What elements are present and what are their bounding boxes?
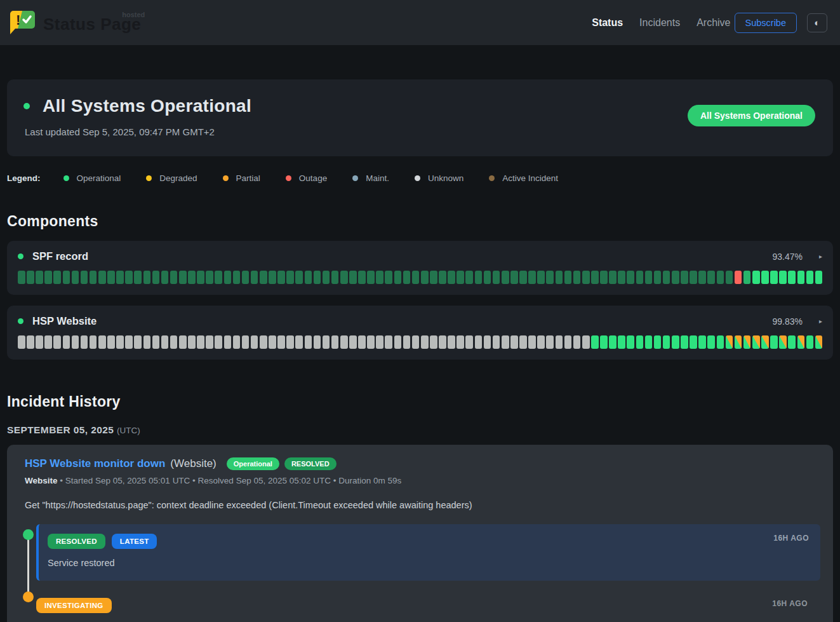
uptime-bar (600, 271, 608, 284)
uptime-bar (484, 271, 491, 284)
uptime-bar (242, 335, 250, 349)
uptime-bar (188, 335, 196, 349)
component-uptime-percent: 93.47% (772, 252, 802, 262)
uptime-bar (556, 335, 563, 349)
uptime-bar (367, 335, 375, 349)
uptime-bar (770, 335, 778, 349)
uptime-bar (654, 271, 662, 284)
uptime-bar (206, 271, 213, 284)
incident-description: Get "https://hostedstatus.page": context… (18, 500, 820, 510)
uptime-bar (797, 271, 805, 284)
incident-meta-component: Website (25, 476, 58, 485)
uptime-bar (654, 335, 662, 349)
uptime-bar (663, 271, 670, 284)
update-badge-resolved: RESOLVED (48, 534, 105, 549)
uptime-bar (627, 335, 634, 349)
uptime-bar (761, 271, 769, 284)
brand-superscript: hosted (122, 11, 145, 18)
uptime-bar (752, 335, 760, 349)
uptime-bar (519, 271, 527, 284)
component-card: SPF record93.47%▸ (7, 241, 833, 295)
uptime-bar (260, 271, 267, 284)
uptime-bar (314, 335, 321, 349)
uptime-bar (394, 335, 402, 349)
uptime-bar (179, 335, 187, 349)
status-badge: All Systems Operational (688, 105, 815, 126)
uptime-bar (493, 271, 500, 284)
nav-link-incidents[interactable]: Incidents (639, 17, 680, 29)
uptime-bar (260, 335, 267, 349)
status-dot-icon (23, 103, 30, 109)
uptime-bar (735, 335, 742, 349)
timeline-dot-icon (23, 529, 34, 540)
uptime-bar (493, 335, 500, 349)
uptime-bar (90, 271, 97, 284)
last-updated-text: Last updated Sep 5, 2025, 09:47 PM GMT+2 (25, 126, 251, 137)
uptime-bar (36, 271, 43, 284)
uptime-bar (358, 271, 366, 284)
uptime-bar (448, 271, 455, 284)
uptime-bar (197, 335, 204, 349)
legend-item: Maint. (352, 173, 389, 183)
uptime-bar (457, 335, 464, 349)
uptime-bar (269, 271, 276, 284)
uptime-bar (116, 271, 124, 284)
status-banner: All Systems Operational Last updated Sep… (7, 79, 833, 156)
uptime-bar (340, 335, 348, 349)
uptime-bar (314, 271, 321, 284)
legend-item: Degraded (146, 173, 197, 183)
uptime-bar (358, 335, 366, 349)
uptime-bar (197, 271, 204, 284)
uptime-bar (215, 335, 222, 349)
uptime-bar (779, 271, 787, 284)
uptime-bar (465, 271, 473, 284)
uptime-bar (430, 335, 437, 349)
uptime-bar (698, 271, 706, 284)
components-heading: Components (7, 213, 833, 230)
incident-title-link[interactable]: HSP Website monitor down (25, 457, 165, 470)
uptime-bar (663, 335, 670, 349)
uptime-bar (412, 335, 420, 349)
theme-toggle-button[interactable]: ◐ (807, 13, 827, 32)
uptime-bar (152, 271, 160, 284)
uptime-bar (125, 271, 133, 284)
uptime-bar (331, 271, 339, 284)
uptime-bar (770, 271, 778, 284)
uptime-bar (475, 335, 483, 349)
expand-arrow-icon[interactable]: ▸ (819, 318, 822, 325)
component-status-dot-icon (18, 318, 23, 324)
legend-item-label: Partial (236, 173, 260, 183)
incident-badge-operational: Operational (227, 457, 279, 470)
uptime-bar (421, 271, 429, 284)
component-header-row[interactable]: HSP Website99.83%▸ (18, 315, 822, 327)
uptime-bar (63, 271, 70, 284)
uptime-bar (277, 335, 285, 349)
update-badge-latest: LATEST (112, 534, 157, 549)
uptime-bar (81, 271, 88, 284)
uptime-bar (457, 271, 464, 284)
svg-text:!: ! (16, 12, 20, 28)
expand-arrow-icon[interactable]: ▸ (819, 253, 822, 260)
legend-dot-icon (489, 175, 495, 181)
uptime-bar (116, 335, 124, 349)
uptime-bar (143, 335, 151, 349)
uptime-bar (815, 271, 823, 284)
subscribe-button[interactable]: Subscribe (735, 13, 797, 33)
brand[interactable]: ! hosted Status Page (9, 8, 145, 37)
uptime-bar (717, 271, 724, 284)
uptime-bar (36, 335, 43, 349)
uptime-bar (788, 335, 796, 349)
component-header-row[interactable]: SPF record93.47%▸ (18, 250, 822, 262)
incident-update: RESOLVEDLATEST16H AGOService restored (36, 524, 820, 581)
uptime-bar (44, 271, 52, 284)
uptime-bar (349, 271, 357, 284)
uptime-bar (735, 271, 742, 284)
nav-link-archive[interactable]: Archive (697, 17, 730, 29)
legend-dot-icon (352, 175, 358, 181)
nav-link-status[interactable]: Status (592, 17, 623, 29)
uptime-bar (788, 271, 796, 284)
uptime-bar (779, 335, 787, 349)
uptime-bar (546, 335, 554, 349)
uptime-bar (600, 335, 608, 349)
incident-badge-resolved: RESOLVED (284, 457, 337, 470)
